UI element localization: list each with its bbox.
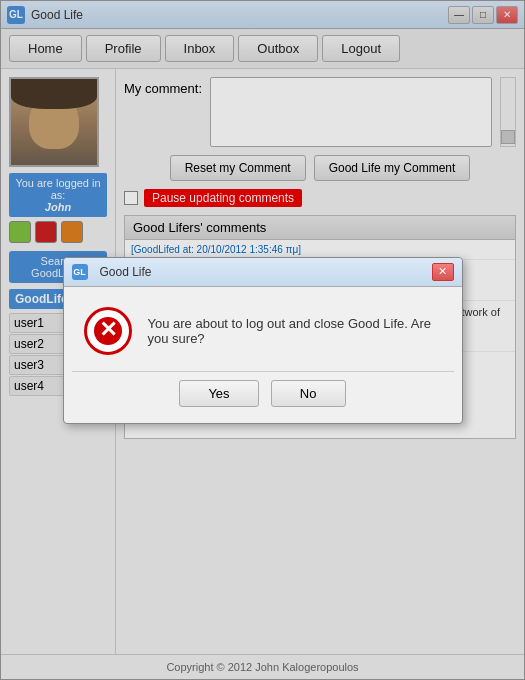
dialog-body: ✕ You are about to log out and close Goo… bbox=[64, 287, 462, 371]
dialog-title-bar: GL Good Life ✕ bbox=[64, 258, 462, 287]
dialog-title: Good Life bbox=[100, 265, 426, 279]
svg-text:✕: ✕ bbox=[99, 317, 117, 342]
dialog-close-button[interactable]: ✕ bbox=[432, 263, 454, 281]
dialog-message: You are about to log out and close Good … bbox=[148, 316, 442, 346]
dialog-logo: GL bbox=[72, 264, 88, 280]
error-svg: ✕ bbox=[92, 315, 124, 347]
dialog-yes-button[interactable]: Yes bbox=[179, 380, 258, 407]
dialog-footer: Yes No bbox=[64, 372, 462, 423]
dialog-window: GL Good Life ✕ ✕ You are about to log ou… bbox=[63, 257, 463, 424]
dialog-overlay: GL Good Life ✕ ✕ You are about to log ou… bbox=[0, 0, 525, 680]
error-icon: ✕ bbox=[84, 307, 132, 355]
dialog-no-button[interactable]: No bbox=[271, 380, 346, 407]
